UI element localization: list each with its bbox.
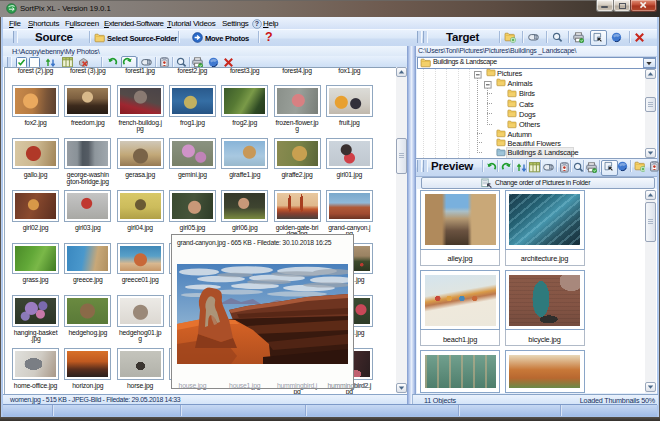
svg-text:?: ? [255, 20, 259, 27]
